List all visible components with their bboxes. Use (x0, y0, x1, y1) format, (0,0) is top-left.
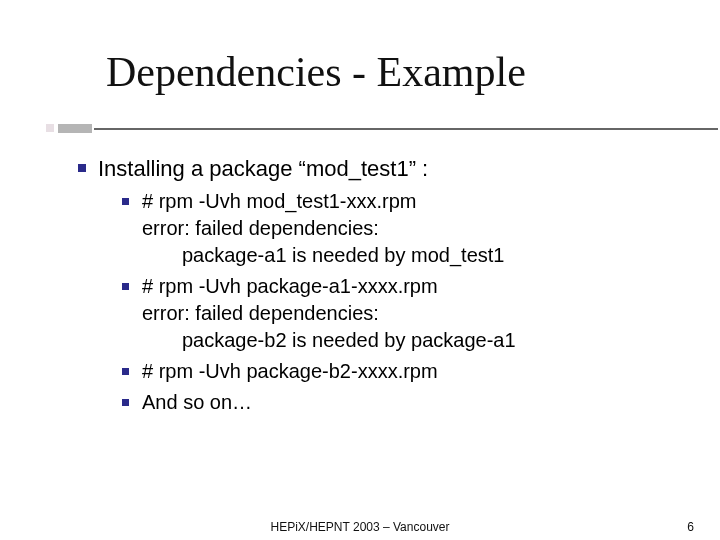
error-detail: package-b2 is needed by package-a1 (142, 327, 660, 354)
slide: Dependencies - Example Installing a pack… (0, 0, 720, 540)
code-line: # rpm -Uvh mod_test1-xxx.rpm (142, 190, 417, 212)
bullet-level1: Installing a package “mod_test1” : # rpm… (70, 154, 660, 416)
bullet-level2: # rpm -Uvh package-b2-xxxx.rpm (98, 358, 660, 385)
bullet-level2: # rpm -Uvh mod_test1-xxx.rpm error: fail… (98, 188, 660, 269)
bullet-level2: And so on… (98, 389, 660, 416)
bullet-text: Installing a package “mod_test1” : (98, 156, 428, 181)
footer-center-text: HEPiX/HEPNT 2003 – Vancouver (0, 520, 720, 534)
text-line: And so on… (142, 391, 252, 413)
slide-title: Dependencies - Example (106, 48, 526, 96)
deco-square-small (46, 124, 54, 132)
deco-square-large (58, 124, 92, 133)
error-line: error: failed dependencies: (142, 217, 379, 239)
bullet-level2: # rpm -Uvh package-a1-xxxx.rpm error: fa… (98, 273, 660, 354)
title-underline (0, 124, 720, 138)
code-line: # rpm -Uvh package-b2-xxxx.rpm (142, 360, 438, 382)
code-line: # rpm -Uvh package-a1-xxxx.rpm (142, 275, 438, 297)
deco-line (94, 128, 718, 130)
error-detail: package-a1 is needed by mod_test1 (142, 242, 660, 269)
slide-body: Installing a package “mod_test1” : # rpm… (70, 154, 660, 422)
page-number: 6 (687, 520, 694, 534)
error-line: error: failed dependencies: (142, 302, 379, 324)
